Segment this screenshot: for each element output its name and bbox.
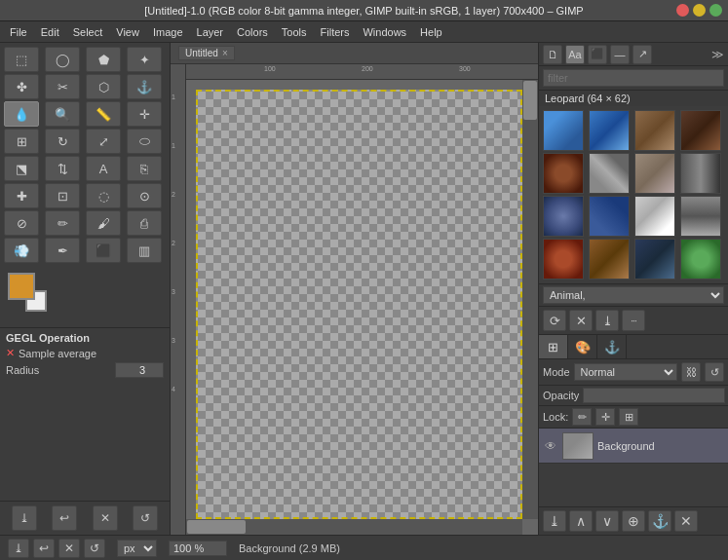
tool-smudge[interactable]: ⊘ <box>4 210 39 236</box>
tool-foreground-select[interactable]: ⬡ <box>86 74 121 99</box>
pattern-item-11[interactable] <box>634 196 675 237</box>
tool-ellipse-select[interactable]: ◯ <box>45 47 80 72</box>
tool-measure[interactable]: 📏 <box>86 101 121 127</box>
rp-btn-new-image[interactable]: 🗋 <box>543 45 562 64</box>
tool-transform[interactable]: ↻ <box>45 129 80 154</box>
pattern-item-13[interactable] <box>543 239 584 280</box>
pattern-category-select[interactable]: Animal, Fabric Nature <box>543 286 724 304</box>
menu-select[interactable]: Select <box>67 24 109 40</box>
layer-reset-btn[interactable]: ↺ <box>705 362 724 382</box>
tool-heal[interactable]: ✚ <box>4 183 39 208</box>
tool-fill[interactable]: ⬛ <box>86 238 121 263</box>
tool-blur[interactable]: ◌ <box>86 183 121 208</box>
pattern-item-6[interactable] <box>589 153 630 194</box>
menu-filters[interactable]: Filters <box>315 24 356 40</box>
minimize-btn[interactable] <box>693 4 706 17</box>
image-tab[interactable]: Untitled × <box>178 46 235 60</box>
toolbox-new-btn[interactable]: ⤓ <box>12 505 37 531</box>
opacity-input[interactable]: 100.0 <box>583 388 725 403</box>
tool-color-picker[interactable]: 💧 <box>4 101 39 127</box>
menu-tools[interactable]: Tools <box>276 24 313 40</box>
lock-alpha-btn[interactable]: ⊞ <box>619 408 638 426</box>
tool-eraser[interactable]: ⎙ <box>127 210 162 236</box>
toolbox-delete-btn[interactable]: ✕ <box>93 505 118 531</box>
rp-refresh-btn[interactable]: ⟳ <box>543 310 566 331</box>
foreground-color[interactable] <box>8 273 35 300</box>
mode-select[interactable]: Normal Multiply Screen <box>574 363 677 381</box>
rp-chevron-btn[interactable]: ≫ <box>711 48 724 61</box>
pattern-item-8[interactable] <box>680 153 721 194</box>
rp-btn-line[interactable]: — <box>610 45 630 64</box>
lock-pixels-btn[interactable]: ✏ <box>572 408 592 426</box>
close-btn[interactable] <box>676 4 689 17</box>
tool-pencil[interactable]: ✏ <box>45 210 80 236</box>
paths-tab-icon[interactable]: ⚓ <box>597 335 627 358</box>
canvas[interactable] <box>196 90 522 519</box>
horizontal-scrollbar[interactable] <box>186 519 522 535</box>
status-new-btn[interactable]: ⤓ <box>8 539 29 558</box>
pattern-item-15[interactable] <box>634 239 675 280</box>
rp-import-btn[interactable]: ⤓ <box>595 310 619 331</box>
tool-clone[interactable]: ⎘ <box>127 156 162 181</box>
tool-perspective-clone[interactable]: ⊡ <box>45 183 80 208</box>
rp-btn-brush[interactable]: ⬛ <box>588 45 607 64</box>
pattern-item-7[interactable] <box>634 153 675 194</box>
menu-windows[interactable]: Windows <box>357 24 412 40</box>
pattern-item-2[interactable] <box>589 110 630 151</box>
status-restore-btn[interactable]: ↩ <box>33 539 55 558</box>
tool-free-select[interactable]: ⬟ <box>86 47 121 72</box>
radius-input[interactable] <box>115 362 164 378</box>
tool-airbrush[interactable]: 💨 <box>4 238 39 263</box>
maximize-btn[interactable] <box>709 4 722 17</box>
tool-zoom[interactable]: 🔍 <box>45 101 80 127</box>
vertical-scrollbar[interactable] <box>522 80 538 519</box>
layers-tab-icon[interactable]: ⊞ <box>539 335 568 358</box>
layer-lower-btn[interactable]: ∨ <box>595 510 619 532</box>
rp-btn-arrow[interactable]: ↗ <box>632 45 652 64</box>
h-scroll-thumb[interactable] <box>187 520 246 534</box>
layer-duplicate-btn[interactable]: ⊕ <box>622 510 645 532</box>
rp-btn-text[interactable]: Aa <box>565 45 585 64</box>
pattern-item-12[interactable] <box>680 196 721 237</box>
layer-new-btn[interactable]: ⤓ <box>543 510 566 532</box>
menu-file[interactable]: File <box>4 24 33 40</box>
tool-scissors[interactable]: ✂ <box>45 74 80 99</box>
pattern-item-5[interactable] <box>543 153 584 194</box>
menu-image[interactable]: Image <box>147 24 189 40</box>
tool-flip[interactable]: ⇅ <box>45 156 80 181</box>
layer-visibility-icon[interactable]: 👁 <box>543 438 558 454</box>
tool-align[interactable]: ⊞ <box>4 129 39 154</box>
layer-raise-btn[interactable]: ∧ <box>569 510 593 532</box>
v-scroll-thumb[interactable] <box>523 81 537 120</box>
pattern-item-3[interactable] <box>634 110 675 151</box>
toolbox-reset-btn[interactable]: ↺ <box>133 505 158 531</box>
tool-text[interactable]: A <box>86 156 121 181</box>
layer-anchor-btn[interactable]: ⚓ <box>648 510 671 532</box>
menu-view[interactable]: View <box>110 24 145 40</box>
status-reset-btn[interactable]: ↺ <box>84 539 105 558</box>
pattern-item-9[interactable] <box>543 196 584 237</box>
zoom-input[interactable] <box>169 541 227 556</box>
menu-help[interactable]: Help <box>414 24 448 40</box>
tool-fuzzy-select[interactable]: ✦ <box>127 47 162 72</box>
layer-delete-btn[interactable]: ✕ <box>674 510 698 532</box>
canvas-wrapper[interactable] <box>186 80 538 535</box>
tool-ink[interactable]: ✒ <box>45 238 80 263</box>
unit-select[interactable]: px in cm <box>117 540 157 557</box>
menu-edit[interactable]: Edit <box>35 24 65 40</box>
pattern-item-4[interactable] <box>680 110 721 151</box>
tool-scale[interactable]: ⤢ <box>86 129 121 154</box>
tool-rect-select[interactable]: ⬚ <box>4 47 39 72</box>
tool-gradient[interactable]: ▥ <box>127 238 162 263</box>
pattern-item-14[interactable] <box>589 239 630 280</box>
pattern-item-1[interactable] <box>543 110 584 151</box>
tool-select-by-color[interactable]: ✤ <box>4 74 39 99</box>
filter-input[interactable] <box>543 69 724 87</box>
tool-shear[interactable]: ⬭ <box>127 129 162 154</box>
tool-perspective[interactable]: ⬔ <box>4 156 39 181</box>
menu-colors[interactable]: Colors <box>231 24 274 40</box>
layer-item-background[interactable]: 👁 Background <box>539 429 728 464</box>
pattern-item-10[interactable] <box>589 196 630 237</box>
lock-position-btn[interactable]: ✛ <box>595 408 615 426</box>
pattern-item-16[interactable] <box>680 239 721 280</box>
